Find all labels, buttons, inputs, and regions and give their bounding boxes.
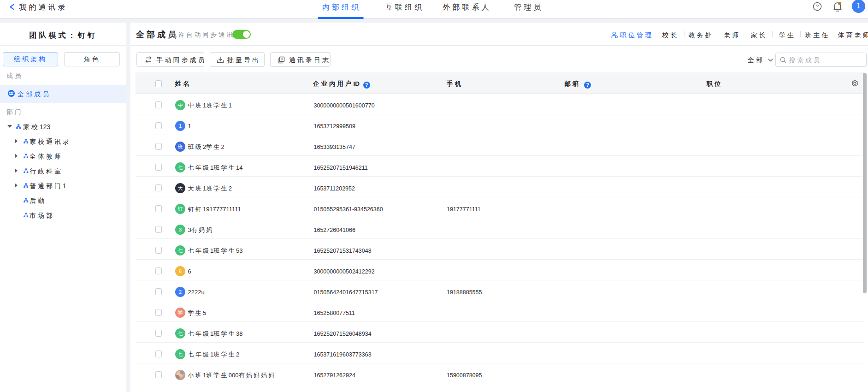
svg-text:?: ? bbox=[816, 4, 819, 9]
